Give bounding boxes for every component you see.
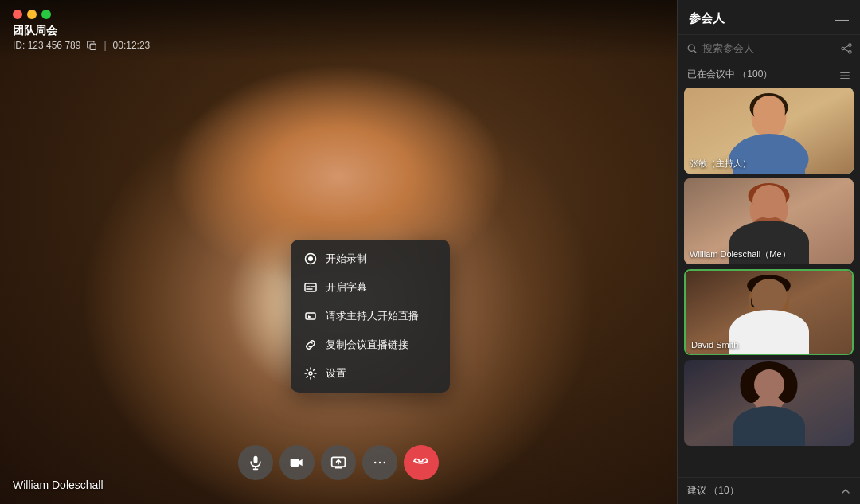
svg-point-21 — [849, 51, 852, 54]
svg-point-15 — [379, 462, 381, 464]
svg-point-35 — [749, 183, 790, 209]
svg-rect-12 — [291, 459, 299, 467]
menu-copy-link[interactable]: 复制会议直播链接 — [291, 330, 450, 359]
search-input[interactable] — [702, 42, 836, 54]
captions-icon — [303, 280, 318, 295]
screen-share-button[interactable] — [321, 445, 356, 480]
more-button[interactable] — [362, 445, 397, 480]
menu-request-live-label: 请求主持人开始直播 — [326, 309, 419, 323]
svg-point-31 — [750, 93, 788, 122]
svg-point-48 — [752, 374, 787, 412]
svg-point-8 — [309, 372, 312, 375]
title-bar: 团队周会 ID: 123 456 789 | 00:12:23 — [0, 0, 677, 61]
context-menu: 开始录制 开启字幕 请求主持人开始直播 — [291, 240, 450, 393]
svg-line-23 — [844, 49, 848, 52]
video-icon — [289, 455, 305, 471]
sidebar-title: 参会人 — [689, 11, 725, 26]
svg-point-20 — [842, 48, 845, 51]
video-button[interactable] — [280, 445, 315, 480]
svg-point-36 — [753, 217, 785, 232]
menu-settings[interactable]: 设置 — [291, 359, 450, 388]
svg-point-50 — [741, 368, 763, 403]
participant-card-4[interactable] — [684, 360, 854, 446]
more-icon — [372, 455, 388, 471]
svg-rect-41 — [752, 298, 764, 307]
participant-name-william: William Doleschall（Me） — [690, 248, 791, 260]
meeting-info: ID: 123 456 789 | 00:12:23 — [13, 40, 664, 51]
mic-button[interactable] — [238, 445, 273, 480]
svg-rect-45 — [730, 334, 808, 354]
svg-rect-52 — [737, 424, 801, 446]
svg-rect-3 — [305, 283, 316, 291]
info-divider: | — [104, 40, 106, 51]
sidebar-close-button[interactable]: — — [835, 12, 849, 26]
svg-point-29 — [752, 98, 787, 138]
menu-request-live[interactable]: 请求主持人开始直播 — [291, 302, 450, 330]
suggestion-label: 建议 （10） — [687, 484, 739, 498]
menu-start-record-label: 开始录制 — [326, 252, 367, 266]
svg-rect-0 — [90, 44, 96, 49]
participant-name-david: David Smith — [691, 340, 738, 350]
settings-icon — [303, 366, 318, 381]
live-icon — [303, 309, 318, 323]
participants-list: 张敏（主持人） — [678, 84, 860, 477]
svg-line-22 — [844, 46, 848, 49]
svg-point-40 — [749, 279, 789, 323]
search-bar — [678, 35, 860, 61]
record-icon — [303, 252, 318, 266]
minimize-button[interactable] — [27, 10, 37, 19]
search-icon — [687, 42, 698, 54]
participant-card-zhang[interactable]: 张敏（主持人） — [684, 88, 854, 174]
participants-sidebar: 参会人 — 已在会议中 （100） — [677, 0, 860, 504]
menu-captions[interactable]: 开启字幕 — [291, 273, 450, 302]
screen-share-icon — [330, 455, 346, 471]
participants-count-label: 已在会议中 （100） — [687, 68, 772, 81]
svg-point-44 — [747, 275, 791, 296]
sidebar-header: 参会人 — — [678, 0, 860, 35]
svg-point-34 — [750, 189, 788, 231]
svg-point-14 — [374, 462, 377, 464]
control-bar — [238, 445, 439, 480]
menu-settings-label: 设置 — [326, 366, 346, 381]
participant-video-4 — [684, 360, 854, 446]
chevron-up-icon — [841, 486, 850, 497]
svg-point-2 — [308, 256, 313, 261]
end-call-icon — [412, 454, 430, 471]
menu-start-record[interactable]: 开始录制 — [291, 244, 450, 273]
svg-point-19 — [849, 44, 852, 47]
menu-copy-link-label: 复制会议直播链接 — [326, 338, 408, 352]
main-video: 团队周会 ID: 123 456 789 | 00:12:23 William … — [0, 0, 677, 504]
speaker-name-label: William Doleschall — [13, 479, 104, 491]
menu-captions-label: 开启字幕 — [326, 280, 367, 295]
share-icon[interactable] — [841, 41, 852, 54]
participant-card-william[interactable]: William Doleschall（Me） — [684, 178, 854, 264]
suggestion-section[interactable]: 建议 （10） — [678, 477, 860, 504]
svg-rect-7 — [306, 313, 315, 319]
participant-name-zhang: 张敏（主持人） — [690, 158, 751, 170]
copy-icon[interactable] — [87, 40, 97, 51]
window-controls — [13, 10, 664, 19]
svg-line-18 — [694, 50, 697, 53]
participant-card-david[interactable]: David Smith — [684, 269, 854, 355]
meeting-timer: 00:12:23 — [113, 40, 150, 51]
svg-rect-9 — [254, 456, 258, 463]
meeting-title: 团队周会 — [13, 24, 664, 38]
svg-point-16 — [384, 462, 386, 464]
mic-icon — [248, 455, 264, 471]
end-call-button[interactable] — [404, 445, 439, 480]
participants-menu-button[interactable] — [839, 68, 850, 81]
maximize-button[interactable] — [41, 10, 51, 19]
participants-section-header: 已在会议中 （100） — [678, 61, 860, 84]
meeting-id: ID: 123 456 789 — [13, 40, 80, 51]
svg-rect-42 — [767, 298, 779, 307]
close-button[interactable] — [13, 10, 22, 19]
svg-point-51 — [776, 368, 798, 403]
link-icon — [303, 338, 318, 352]
